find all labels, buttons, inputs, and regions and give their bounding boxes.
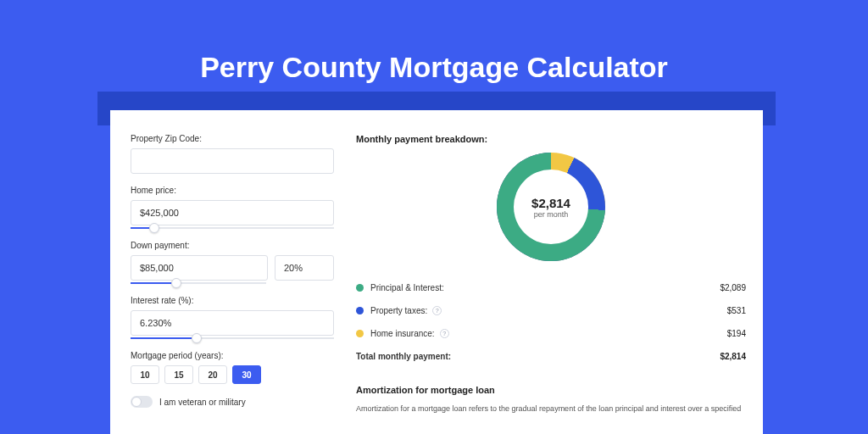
legend-label: Property taxes: ? — [370, 306, 727, 315]
down-slider[interactable] — [131, 282, 266, 284]
total-label: Total monthly payment: — [356, 352, 720, 361]
period-btn-20[interactable]: 20 — [198, 365, 227, 384]
form-column: Property Zip Code: Home price: Down paym… — [131, 134, 334, 408]
veteran-label: I am veteran or military — [159, 398, 246, 407]
down-percent-input[interactable] — [275, 255, 334, 281]
down-label: Down payment: — [131, 241, 334, 250]
donut-sub: per month — [534, 210, 569, 219]
period-buttons: 10 15 20 30 — [131, 365, 334, 384]
legend-value: $531 — [727, 306, 746, 315]
total-value: $2,814 — [720, 352, 746, 361]
period-label: Mortgage period (years): — [131, 351, 334, 360]
legend-value: $2,089 — [720, 283, 746, 292]
legend-row-taxes: Property taxes: ? $531 — [356, 299, 746, 322]
page-title: Perry County Mortgage Calculator — [0, 51, 868, 84]
price-input[interactable] — [131, 200, 334, 225]
legend-row-principal: Principal & Interest: $2,089 — [356, 276, 746, 299]
down-group: Down payment: — [131, 241, 334, 284]
donut-amount: $2,814 — [531, 196, 570, 210]
rate-input[interactable] — [131, 310, 334, 336]
dot-icon — [356, 307, 364, 314]
amort-title: Amortization for mortgage loan — [356, 385, 746, 395]
veteran-row: I am veteran or military — [131, 396, 334, 408]
legend-label: Principal & Interest: — [370, 283, 720, 292]
breakdown-title: Monthly payment breakdown: — [356, 134, 746, 144]
amort-text: Amortization for a mortgage loan refers … — [356, 403, 746, 415]
price-label: Home price: — [131, 186, 334, 195]
zip-input[interactable] — [131, 148, 334, 174]
down-amount-input[interactable] — [131, 255, 268, 281]
legend-label: Home insurance: ? — [370, 329, 727, 338]
rate-group: Interest rate (%): — [131, 296, 334, 339]
donut-chart: $2,814 per month — [497, 153, 605, 261]
period-btn-10[interactable]: 10 — [131, 365, 159, 384]
dot-icon — [356, 284, 364, 292]
legend-row-total: Total monthly payment: $2,814 — [356, 345, 746, 368]
calculator-card: Property Zip Code: Home price: Down paym… — [110, 110, 763, 434]
price-group: Home price: — [131, 186, 334, 229]
legend-value: $194 — [727, 329, 746, 338]
legend-row-insurance: Home insurance: ? $194 — [356, 322, 746, 345]
price-slider[interactable] — [131, 227, 334, 229]
breakdown-column: Monthly payment breakdown: $2,814 per mo… — [356, 134, 746, 415]
period-btn-30[interactable]: 30 — [232, 365, 261, 384]
stage: Perry County Mortgage Calculator Propert… — [0, 0, 868, 434]
veteran-toggle[interactable] — [131, 396, 153, 408]
info-icon[interactable]: ? — [440, 329, 449, 338]
info-icon[interactable]: ? — [432, 306, 442, 315]
dot-icon — [356, 330, 364, 337]
rate-label: Interest rate (%): — [131, 296, 334, 305]
period-btn-15[interactable]: 15 — [164, 365, 193, 384]
rate-slider[interactable] — [131, 337, 334, 339]
zip-group: Property Zip Code: — [131, 134, 334, 174]
zip-label: Property Zip Code: — [131, 134, 334, 143]
period-group: Mortgage period (years): 10 15 20 30 — [131, 351, 334, 384]
donut-chart-wrap: $2,814 per month — [356, 153, 746, 261]
donut-center: $2,814 per month — [514, 170, 588, 244]
